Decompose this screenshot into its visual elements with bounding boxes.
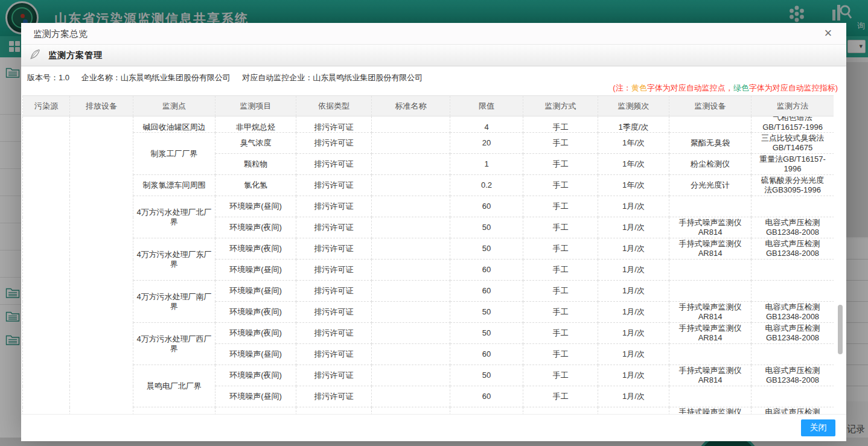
monitor-frequency-cell	[598, 407, 669, 415]
close-icon[interactable]: ×	[821, 26, 835, 40]
limit-value-cell: 50	[450, 365, 523, 386]
column-header: 监测点	[133, 96, 215, 116]
monitor-device-cell	[669, 116, 752, 133]
monitor-device-cell: 手持式噪声监测仪AR814	[669, 365, 752, 386]
standard-name-cell	[372, 407, 450, 415]
company-label: 企业名称：	[81, 73, 121, 82]
note-yellow-word: 黄色	[631, 83, 647, 92]
standard-name-cell	[372, 116, 450, 133]
close-button[interactable]: 关闭	[801, 419, 835, 436]
table-row: 4万方污水处理厂西厂界环境噪声(夜间)排污许可证50手工1月/次手持式噪声监测仪…	[23, 323, 834, 344]
auto-company-value: 山东晨鸣纸业集团股份有限公司	[313, 73, 423, 82]
monitor-method-cell: 电容式声压检测GB12348-2008	[752, 302, 834, 323]
monitor-item-cell: 环境噪声(昼间)	[215, 386, 296, 407]
monitor-method-cell: 电容式声压检测GB12348-2008	[752, 217, 834, 238]
section-title: 监测方案管理	[48, 50, 103, 61]
basis-type-cell: 排污许可证	[296, 323, 372, 344]
monitor-frequency-cell: 1月/次	[598, 196, 669, 217]
monitor-method-cell: 气相色谱法GB/T16157-1996	[752, 116, 834, 133]
monitor-mode-cell: 手工	[523, 116, 598, 133]
monitor-mode-cell: 手工	[523, 238, 598, 260]
standard-name-cell	[372, 154, 450, 175]
monitor-point-cell: 晨鸣电厂北厂界	[133, 365, 215, 407]
monitor-point-cell: 制浆氯漂车间周围	[133, 175, 215, 196]
basis-type-cell: 排污许可证	[296, 116, 372, 133]
monitor-frequency-cell: 1月/次	[598, 238, 669, 260]
monitor-item-cell: 颗粒物	[215, 154, 296, 175]
monitor-item-cell: 环境噪声(夜间)	[215, 365, 296, 386]
basis-type-cell: 排污许可证	[296, 217, 372, 238]
column-header: 依据类型	[296, 96, 372, 116]
monitor-mode-cell	[523, 407, 598, 415]
monitor-method-cell: 三点比较式臭袋法GB/T14675	[752, 133, 834, 154]
standard-name-cell	[372, 175, 450, 196]
monitor-mode-cell: 手工	[523, 323, 598, 344]
monitor-method-cell	[752, 386, 834, 407]
column-header: 监测项目	[215, 96, 296, 116]
monitor-mode-cell: 手工	[523, 196, 598, 217]
limit-value-cell: 50	[450, 217, 523, 238]
monitor-item-cell: 环境噪声(夜间)	[215, 323, 296, 344]
monitor-device-cell	[669, 344, 752, 365]
basis-type-cell: 排污许可证	[296, 238, 372, 260]
pollution-source-cell	[23, 116, 70, 415]
monitor-frequency-cell: 1月/次	[598, 302, 669, 323]
note-text: 字体为对应自动监控点，	[647, 83, 733, 92]
monitor-method-cell: 电容式声压检测	[752, 407, 834, 415]
monitor-device-cell: 手持式噪声监测仪AR814	[669, 238, 752, 260]
basis-type-cell: 排污许可证	[296, 365, 372, 386]
limit-value-cell: 50	[450, 238, 523, 260]
column-header: 限值	[450, 96, 523, 116]
basis-type-cell: 排污许可证	[296, 175, 372, 196]
table-row: 4万方污水处理厂东厂界环境噪声(夜间)排污许可证50手工1月/次手持式噪声监测仪…	[23, 238, 834, 260]
monitor-item-cell: 环境噪声(昼间)	[215, 260, 296, 281]
monitoring-plan-table: 污染源排放设备监测点监测项目依据类型标准名称限值监测方式监测频次监测设备监测方法…	[22, 95, 834, 414]
column-header: 监测频次	[598, 96, 669, 116]
monitor-item-cell: 环境噪声(夜间)	[215, 302, 296, 323]
monitor-method-cell: 电容式声压检测GB12348-2008	[752, 238, 834, 260]
monitor-device-cell	[669, 260, 752, 281]
monitor-mode-cell: 手工	[523, 217, 598, 238]
monitor-item-cell: 臭气浓度	[215, 133, 296, 154]
monitor-method-cell	[752, 281, 834, 302]
monitor-mode-cell: 手工	[523, 386, 598, 407]
basis-type-cell: 排污许可证	[296, 133, 372, 154]
standard-name-cell	[372, 281, 450, 302]
limit-value-cell: 60	[450, 386, 523, 407]
monitor-device-cell: 聚酯无臭袋	[669, 133, 752, 154]
column-header: 监测方法	[752, 96, 834, 116]
basis-type-cell: 排污许可证	[296, 386, 372, 407]
table-row: 碱回收油罐区周边非甲烷总烃排污许可证4手工1季度/次气相色谱法GB/T16157…	[23, 116, 834, 133]
limit-value-cell: 60	[450, 281, 523, 302]
monitor-frequency-cell: 1月/次	[598, 344, 669, 365]
table-row: 制浆氯漂车间周围氯化氢排污许可证0.2手工1年/次分光光度计硫氰酸汞分光光度法G…	[23, 175, 834, 196]
monitor-frequency-cell: 1年/次	[598, 154, 669, 175]
monitor-item-cell: 环境噪声(昼间)	[215, 344, 296, 365]
monitor-frequency-cell: 1月/次	[598, 281, 669, 302]
monitor-device-cell: 手持式噪声监测仪AR814	[669, 302, 752, 323]
monitor-frequency-cell: 1月/次	[598, 386, 669, 407]
limit-value-cell: 60	[450, 260, 523, 281]
table-row: 4万方污水处理厂南厂界环境噪声(昼间)排污许可证60手工1月/次	[23, 281, 834, 302]
standard-name-cell	[372, 196, 450, 217]
monitor-mode-cell: 手工	[523, 175, 598, 196]
monitor-item-cell: 非甲烷总烃	[215, 116, 296, 133]
monitor-item-cell: 环境噪声(昼间)	[215, 196, 296, 217]
table-row: 制浆工厂厂界臭气浓度排污许可证20手工1年/次聚酯无臭袋三点比较式臭袋法GB/T…	[23, 133, 834, 154]
column-header: 污染源	[23, 96, 70, 116]
standard-name-cell	[372, 133, 450, 154]
limit-value-cell	[450, 407, 523, 415]
table-row: 手持式噪声监测仪电容式声压检测	[23, 407, 834, 415]
standard-name-cell	[372, 302, 450, 323]
monitor-frequency-cell: 1季度/次	[598, 116, 669, 133]
basis-type-cell: 排污许可证	[296, 196, 372, 217]
column-header: 标准名称	[372, 96, 450, 116]
monitor-item-cell: 环境噪声(昼间)	[215, 281, 296, 302]
monitor-device-cell: 分光光度计	[669, 175, 752, 196]
table-row: 4万方污水处理厂北厂界环境噪声(昼间)排污许可证60手工1月/次	[23, 196, 834, 217]
monitor-method-cell: 电容式声压检测GB12348-2008	[752, 365, 834, 386]
note-green-word: 绿色	[733, 83, 749, 92]
vertical-scrollbar[interactable]	[838, 305, 843, 354]
limit-value-cell: 0.2	[450, 175, 523, 196]
monitor-point-cell: 4万方污水处理厂南厂界	[133, 281, 215, 323]
